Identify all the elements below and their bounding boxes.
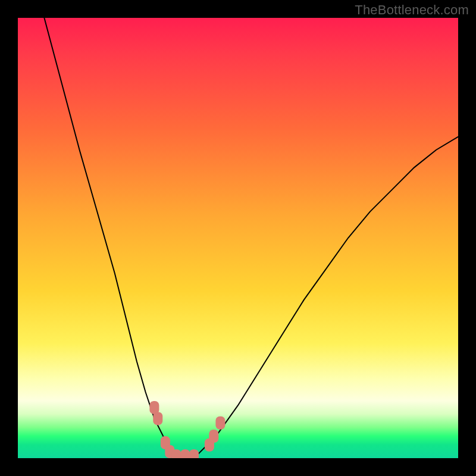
marker-point <box>215 416 225 430</box>
watermark-text: TheBottleneck.com <box>355 2 469 18</box>
curve-layer <box>44 18 458 458</box>
marker-point <box>171 449 181 458</box>
marker-point <box>189 449 199 458</box>
plot-area <box>18 18 458 458</box>
chart-svg <box>18 18 458 458</box>
marker-point <box>180 449 190 458</box>
markers-layer <box>149 401 225 458</box>
chart-frame: TheBottleneck.com <box>0 0 476 476</box>
marker-point <box>209 430 218 443</box>
marker-point <box>153 412 162 425</box>
bottleneck-curve <box>44 18 458 458</box>
